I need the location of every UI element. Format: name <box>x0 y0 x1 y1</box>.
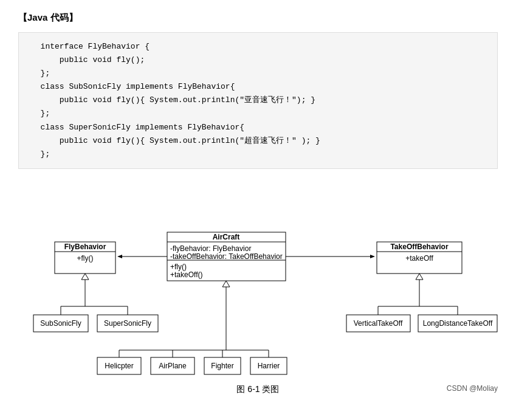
svg-text:AirCraft: AirCraft <box>213 233 240 241</box>
svg-text:Fighter: Fighter <box>211 362 233 370</box>
svg-marker-50 <box>222 281 230 287</box>
svg-text:SuperSonicFly: SuperSonicFly <box>104 319 151 328</box>
code-block: interface FlyBehavior { public void fly(… <box>18 32 498 169</box>
svg-text:VerticalTakeOff: VerticalTakeOff <box>354 319 403 328</box>
svg-marker-43 <box>416 274 423 280</box>
svg-text:AirPlane: AirPlane <box>159 362 187 370</box>
svg-text:Harrier: Harrier <box>258 362 280 370</box>
svg-text:-flyBehavior: FlyBehavior: -flyBehavior: FlyBehavior <box>170 244 251 253</box>
svg-text:FlyBehavior: FlyBehavior <box>64 243 106 251</box>
svg-text:+takeOff(): +takeOff() <box>170 270 202 279</box>
svg-text:+takeOff: +takeOff <box>405 254 433 263</box>
title: 【Java 代码】 <box>18 12 498 24</box>
svg-text:+fly(): +fly() <box>170 263 187 271</box>
svg-text:SubSonicFly: SubSonicFly <box>40 319 81 328</box>
svg-text:Helicpter: Helicpter <box>105 362 133 370</box>
svg-text:-takeOffBehavior: TakeOffBehav: -takeOffBehavior: TakeOffBehavior <box>170 252 283 261</box>
diagram-container: FlyBehavior +fly() AirCraft -flyBehavior… <box>18 181 498 393</box>
svg-marker-38 <box>81 274 89 280</box>
svg-text:TakeOffBehavior: TakeOffBehavior <box>390 243 448 251</box>
svg-text:LongDistanceTakeOff: LongDistanceTakeOff <box>423 319 493 328</box>
svg-text:+fly(): +fly() <box>77 254 94 263</box>
